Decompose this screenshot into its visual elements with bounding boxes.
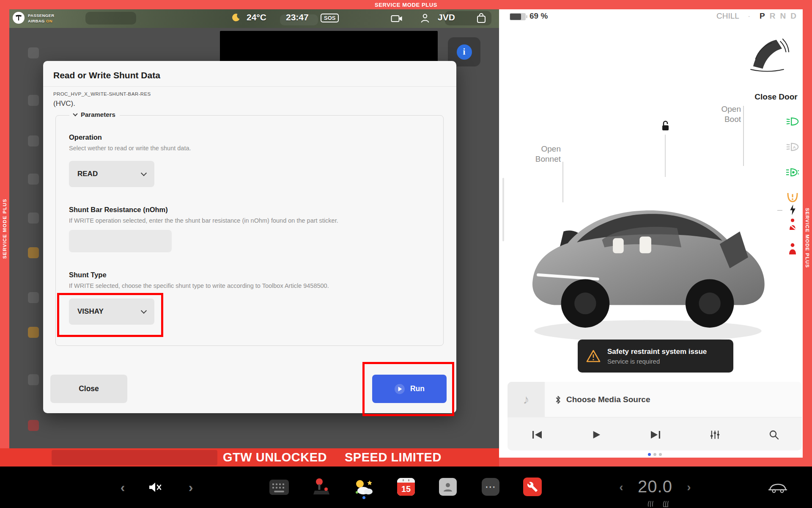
gear-d[interactable]: D xyxy=(790,11,796,21)
close-button[interactable]: Close xyxy=(50,375,127,403)
background-list-hint xyxy=(28,292,39,303)
weather-app-button[interactable] xyxy=(354,478,373,495)
safety-alert-toast[interactable]: Safety restraint system issue Service is… xyxy=(578,340,733,373)
background-list-hint-warning xyxy=(28,327,39,338)
screen: PASSENGER AIRBAG ON 24°C 23:47 SOS JVD i… xyxy=(0,0,812,508)
unlocked-padlock-icon[interactable] xyxy=(659,119,672,135)
gtw-unlocked-label: GTW UNLOCKED xyxy=(223,450,327,464)
operation-label: Operation xyxy=(69,133,443,141)
active-app-dot xyxy=(362,496,365,499)
parameters-legend[interactable]: Parameters xyxy=(69,111,120,118)
nav-forward-chevron[interactable]: › xyxy=(189,480,193,495)
search-button[interactable] xyxy=(767,428,781,442)
frame-top: SERVICE MODE PLUS xyxy=(0,0,812,9)
calendar-day: 15 xyxy=(397,483,415,496)
open-boot-line2: Boot xyxy=(702,114,741,124)
close-door-button[interactable]: Close Door xyxy=(749,92,804,102)
resistance-label: Shunt Bar Resistance (nOhm) xyxy=(69,206,443,214)
boot-callout-line xyxy=(743,106,744,166)
modal-title: Read or Write Shunt Data xyxy=(53,70,446,80)
bag-icon[interactable] xyxy=(476,13,486,25)
open-bonnet-line1: Open xyxy=(524,144,561,154)
open-bonnet-button[interactable]: Open Bonnet xyxy=(524,144,561,164)
shunt-type-label: Shunt Type xyxy=(69,271,443,279)
operation-description: Select wether to read or write the shunt… xyxy=(69,145,443,152)
profile-icon[interactable] xyxy=(420,13,430,25)
scrollbar[interactable] xyxy=(502,178,504,241)
run-button[interactable]: Run xyxy=(372,375,447,403)
gtw-banner: GTW UNLOCKED SPEED LIMITED xyxy=(0,448,499,467)
shunt-bar-resistance-input[interactable] xyxy=(69,230,172,252)
banner-segment xyxy=(52,450,217,465)
skip-previous-button[interactable] xyxy=(530,428,544,442)
page-dot[interactable] xyxy=(659,453,662,456)
background-list-hint-error xyxy=(28,420,39,431)
passenger-occupancy-icon xyxy=(787,242,798,257)
background-list-hint xyxy=(28,47,39,58)
joystick-icon xyxy=(313,478,330,496)
battery-percent: 69 % xyxy=(529,11,548,21)
gear-n[interactable]: N xyxy=(780,11,786,21)
nav-back-chevron[interactable]: ‹ xyxy=(121,480,125,495)
svg-text:A: A xyxy=(793,145,796,149)
climate-controls-button[interactable] xyxy=(768,481,787,494)
equalizer-button[interactable] xyxy=(708,428,722,442)
tesla-t-icon xyxy=(15,14,22,22)
gear-r[interactable]: R xyxy=(770,11,776,21)
passenger-airbag-status: PASSENGER AIRBAG ON xyxy=(28,13,55,23)
airbag-line2: AIRBAG xyxy=(28,19,45,23)
vehicle-render xyxy=(514,168,782,351)
contacts-icon xyxy=(439,478,457,496)
airbag-line1: PASSENGER xyxy=(28,13,55,18)
service-mode-top-label: SERVICE MODE PLUS xyxy=(375,2,437,8)
arcade-app-button[interactable] xyxy=(313,478,330,496)
weather-icon xyxy=(354,478,373,495)
open-boot-button[interactable]: Open Boot xyxy=(702,104,741,124)
play-button[interactable] xyxy=(589,428,604,442)
temp-down-chevron[interactable]: ‹ xyxy=(619,480,623,494)
moon-icon xyxy=(231,13,240,24)
battery-icon xyxy=(510,13,526,20)
media-pagination-dots[interactable] xyxy=(648,453,662,456)
background-list-hint-warning xyxy=(28,247,39,258)
background-list-hint xyxy=(28,135,39,146)
background-list-hint xyxy=(28,374,39,385)
temp-up-chevron[interactable]: › xyxy=(687,480,691,494)
page-dot-active[interactable] xyxy=(648,453,651,456)
tesla-logo-icon xyxy=(13,12,25,24)
climate-temperature[interactable]: 20.0 xyxy=(638,477,672,496)
outside-temperature: 24°C xyxy=(247,12,266,22)
muted-speaker-icon xyxy=(148,481,162,494)
frame-right: SERVICE MODE PLUS xyxy=(803,9,812,467)
background-list-hint xyxy=(28,174,39,185)
shunt-type-dropdown[interactable]: VISHAY xyxy=(69,298,154,325)
keyboard-icon xyxy=(269,480,289,495)
clock: 23:47 xyxy=(286,12,309,22)
parameters-section: Parameters Operation Select wether to re… xyxy=(55,115,444,346)
contacts-app-button[interactable] xyxy=(439,478,457,496)
calendar-app-button[interactable]: 15 xyxy=(397,478,415,496)
rear-defrost-icon[interactable] xyxy=(662,500,669,508)
close-button-label: Close xyxy=(79,384,99,393)
media-source-row[interactable]: ♪ Choose Media Source xyxy=(508,382,802,417)
background-list-hint xyxy=(28,213,39,224)
camera-icon[interactable] xyxy=(391,14,403,25)
operation-value: READ xyxy=(77,170,98,178)
music-note-icon: ♪ xyxy=(523,392,529,407)
skip-next-button[interactable] xyxy=(648,428,663,442)
operation-dropdown[interactable]: READ xyxy=(69,161,154,187)
service-app-button[interactable] xyxy=(523,478,542,496)
bluetooth-icon xyxy=(555,395,561,404)
sos-badge[interactable]: SOS xyxy=(321,14,339,22)
warning-triangle-icon xyxy=(586,350,601,363)
driver-profile-label[interactable]: JVD xyxy=(438,12,455,22)
front-defrost-icon[interactable] xyxy=(647,500,654,508)
shunt-data-modal: Read or Write Shunt Data PROC_HVP_X_WRIT… xyxy=(43,61,456,413)
more-apps-button[interactable]: ⋯ xyxy=(482,478,499,496)
gear-p[interactable]: P xyxy=(760,11,765,21)
page-dot[interactable] xyxy=(653,453,656,456)
open-bonnet-line2: Bonnet xyxy=(524,154,561,164)
mute-button[interactable] xyxy=(148,481,162,494)
keyboard-app-button[interactable] xyxy=(269,480,289,495)
frame-left: SERVICE MODE PLUS xyxy=(0,9,9,448)
